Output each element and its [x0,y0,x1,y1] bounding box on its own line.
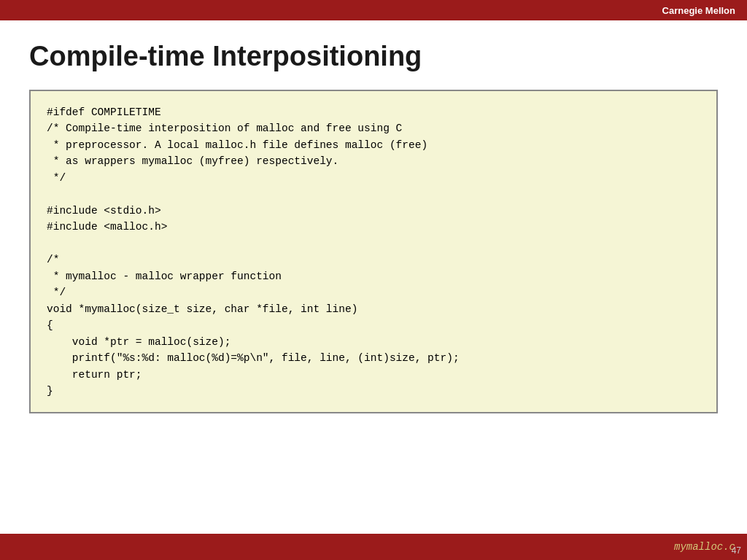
page-number: 47 [732,545,741,556]
top-bar: Carnegie Mellon [0,0,747,20]
institution-label: Carnegie Mellon [662,5,735,16]
bottom-bar: mymalloc.c [0,534,747,560]
code-block: #ifdef COMPILETIME /* Compile-time inter… [29,90,718,413]
slide-title: Compile-time Interpositioning [29,41,718,72]
filename-label: mymalloc.c [674,541,735,553]
slide-content: Compile-time Interpositioning #ifdef COM… [0,20,747,560]
